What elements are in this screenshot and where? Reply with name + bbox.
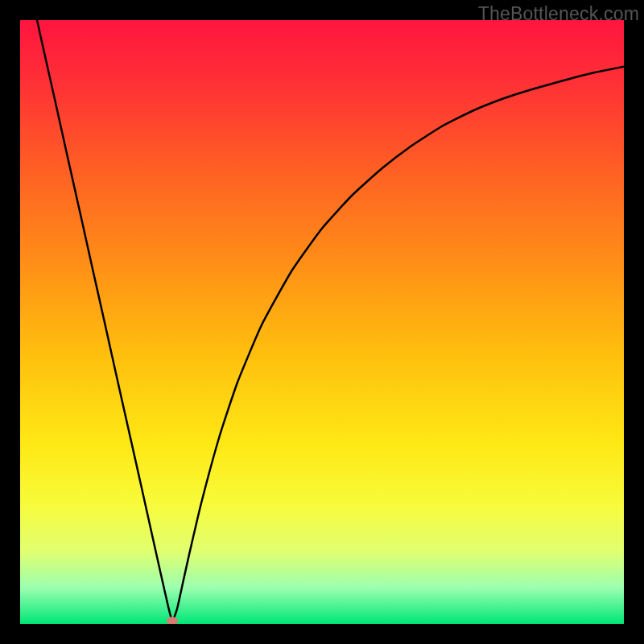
chart-svg [20, 20, 624, 624]
chart-background [20, 20, 624, 624]
chart-frame [20, 20, 624, 624]
watermark-text: TheBottleneck.com [478, 3, 639, 25]
